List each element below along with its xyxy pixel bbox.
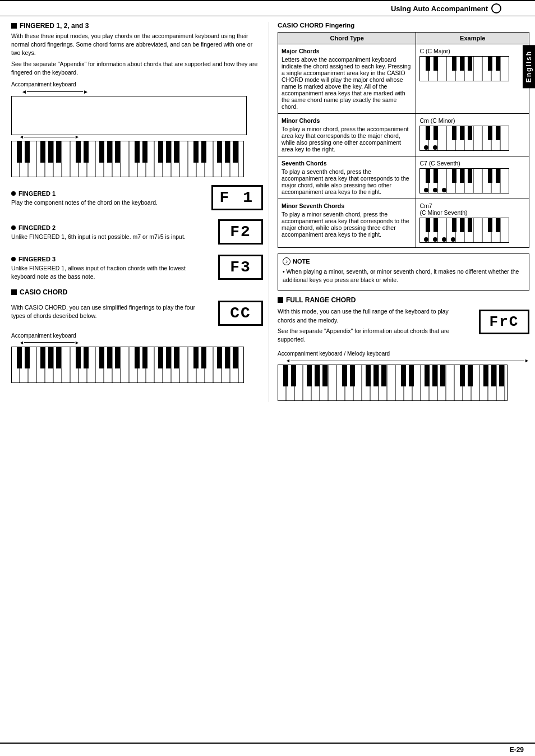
svg-rect-154 <box>488 169 492 183</box>
svg-point-137 <box>433 145 437 150</box>
svg-rect-113 <box>452 57 456 71</box>
chord-type-desc: To play a seventh chord, press the accom… <box>282 168 409 195</box>
svg-rect-150 <box>433 169 438 183</box>
svg-rect-43 <box>158 141 163 163</box>
svg-rect-228 <box>491 365 496 386</box>
svg-rect-87 <box>99 347 104 368</box>
svg-rect-215 <box>342 365 347 386</box>
svg-rect-84 <box>56 347 61 368</box>
svg-point-136 <box>424 145 428 150</box>
casio-fingering-title: CASIO CHORD Fingering <box>278 22 529 29</box>
col-example: Example <box>416 33 529 44</box>
svg-rect-229 <box>499 365 504 386</box>
svg-rect-129 <box>426 126 430 140</box>
chord-type-cell: Minor ChordsTo play a minor chord, press… <box>278 114 416 156</box>
full-range-desc2: See the separate "Appendix" for informat… <box>278 327 462 344</box>
svg-rect-36 <box>76 141 81 163</box>
svg-rect-34 <box>48 141 53 163</box>
svg-rect-222 <box>425 365 430 386</box>
arrow-right-1: ► <box>75 134 80 140</box>
svg-rect-131 <box>452 126 456 140</box>
svg-rect-153 <box>468 169 472 183</box>
chord-type-desc: Letters above the accompaniment keyboard… <box>282 56 411 110</box>
keyboard-diagram-1: Accompaniment keyboard ◄ ► /* rendered b… <box>11 81 263 135</box>
piano-svg-3 <box>278 365 508 401</box>
left-column: FINGERED 1, 2, and 3 With these three in… <box>11 22 269 402</box>
svg-rect-218 <box>373 365 379 386</box>
arrow-left-2: ◄ <box>19 340 24 345</box>
fingered1-text: FINGERED 1 Play the component notes of t… <box>11 186 200 209</box>
svg-rect-112 <box>433 57 438 71</box>
svg-rect-49 <box>225 141 230 163</box>
fingered2-desc: Unlike FINGERED 1, 6th input is not poss… <box>11 233 207 241</box>
svg-rect-35 <box>56 141 61 163</box>
svg-rect-223 <box>432 365 437 386</box>
svg-rect-132 <box>460 126 464 140</box>
note-title-row: ♪ NOTE <box>283 257 524 265</box>
svg-rect-220 <box>401 365 406 386</box>
svg-rect-48 <box>217 141 222 163</box>
arrow-right-2: ► <box>75 340 80 345</box>
fingered3-text: FINGERED 3 Unlike FINGERED 1, allows inp… <box>11 251 207 283</box>
svg-rect-225 <box>460 365 465 386</box>
svg-rect-90 <box>135 347 140 368</box>
svg-rect-97 <box>217 347 222 368</box>
right-column: CASIO CHORD Fingering Chord Type Example… <box>275 22 529 402</box>
svg-rect-174 <box>468 218 472 232</box>
keyboard-label-1: Accompaniment keyboard <box>11 81 263 87</box>
note-box: ♪ NOTE • When playing a minor, seventh, … <box>278 253 529 291</box>
mini-piano <box>419 126 509 151</box>
svg-rect-117 <box>496 57 500 71</box>
svg-rect-173 <box>460 218 464 232</box>
arrow-left-1: ◄ <box>19 134 24 140</box>
svg-rect-91 <box>142 347 147 368</box>
full-range-row: With this mode, you can use the full ran… <box>278 307 529 346</box>
svg-rect-149 <box>426 169 430 183</box>
svg-point-157 <box>433 188 437 192</box>
page-number: E-29 <box>510 746 524 754</box>
svg-rect-94 <box>174 347 179 368</box>
mini-piano <box>419 218 509 243</box>
svg-rect-46 <box>193 141 199 163</box>
arrow-left-3: ◄ <box>285 358 290 363</box>
fingered3-row: FINGERED 3 Unlike FINGERED 1, allows inp… <box>11 251 263 283</box>
svg-rect-226 <box>468 365 473 386</box>
svg-rect-217 <box>366 365 371 386</box>
fingered2-display: F2 <box>218 219 263 245</box>
casio-chord-row: With CASIO CHORD, you can use simplified… <box>11 298 263 328</box>
svg-rect-37 <box>84 141 89 163</box>
fingered3-title: FINGERED 3 <box>11 256 207 262</box>
svg-rect-221 <box>409 365 414 386</box>
fingered2-text: FINGERED 2 Unlike FINGERED 1, 6th input … <box>11 220 207 243</box>
svg-rect-170 <box>426 218 430 232</box>
svg-rect-38 <box>99 141 104 163</box>
note-icon: ♪ <box>283 257 290 265</box>
example-name: C7 (C Seventh) <box>419 160 525 167</box>
page-header: Using Auto Accompaniment <box>0 0 535 16</box>
casio-chord-text: With CASIO CHORD, you can use simplified… <box>11 303 207 322</box>
svg-rect-31 <box>17 141 22 163</box>
svg-rect-152 <box>460 169 464 183</box>
example-name: Cm7 (C Minor Seventh) <box>419 202 525 216</box>
svg-rect-41 <box>135 141 140 163</box>
arrow-right: ► <box>83 89 89 95</box>
svg-rect-1 <box>12 96 246 135</box>
mini-piano <box>419 56 509 81</box>
chord-example-cell: Cm (C Minor) <box>416 114 529 156</box>
svg-rect-85 <box>76 347 81 368</box>
keyboard-label-3: Accompaniment keyboard / Melody keyboard <box>278 351 529 357</box>
full-range-display: FrC <box>479 310 529 334</box>
example-name: C (C Major) <box>419 48 525 54</box>
full-range-desc1: With this mode, you can use the full ran… <box>278 307 462 324</box>
circle-bullet-2 <box>11 225 16 230</box>
svg-rect-212 <box>307 365 312 386</box>
arrow-right-3: ► <box>524 358 529 363</box>
svg-rect-111 <box>426 57 430 71</box>
svg-rect-42 <box>142 141 147 163</box>
main-content: FINGERED 1, 2, and 3 With these three in… <box>0 22 535 408</box>
svg-rect-116 <box>488 57 492 71</box>
casio-chord-display: CC <box>218 301 263 326</box>
casio-chord-desc: With CASIO CHORD, you can use simplified… <box>11 303 207 320</box>
svg-rect-83 <box>48 347 53 368</box>
svg-rect-93 <box>166 347 171 368</box>
